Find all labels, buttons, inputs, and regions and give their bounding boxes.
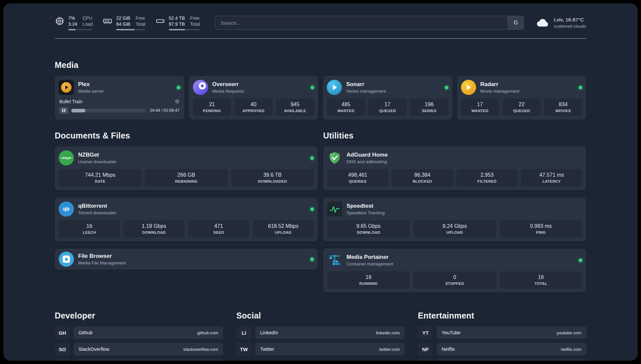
stat-value: 196 xyxy=(412,102,446,107)
cpu-progress-bar xyxy=(68,29,93,30)
card-header: Radarr Movie management xyxy=(461,80,583,95)
app-card-qbittorrent[interactable]: qb qBittorrent Torrent downloader 16 LEE… xyxy=(55,197,318,241)
cpu-chip-icon xyxy=(55,16,65,26)
playback-progress-bar[interactable] xyxy=(71,109,146,112)
app-meta: Overseerr Media Requests xyxy=(212,81,245,94)
bookmark-name: Github xyxy=(78,330,93,335)
cpu-percent: 7% xyxy=(68,15,77,21)
app-card-portainer[interactable]: Media Portainer Container management 16 … xyxy=(323,249,586,292)
app-card-adguard[interactable]: AdGuard Home DNS and adblocking 498,461 … xyxy=(323,146,586,190)
stat-seed: 471 SEED xyxy=(188,220,249,237)
stat-label: BLOCKED xyxy=(394,179,451,183)
bookmark-url: github.com xyxy=(197,330,218,335)
stat-label: LEECH xyxy=(61,230,118,234)
search-input[interactable] xyxy=(215,20,508,26)
app-subtitle: Media Requests xyxy=(212,89,245,94)
stat-download: 1.19 Gbps DOWNLOAD xyxy=(123,220,185,237)
nzbget-icon: nzbget xyxy=(59,150,74,166)
stat-label: UPLOAD xyxy=(255,230,312,234)
bookmark-reddit[interactable]: RE Reddit reddit.com xyxy=(418,359,586,361)
stat-value: 834 xyxy=(546,102,580,107)
bookmark-youtube[interactable]: YT YouTube youtube.com xyxy=(418,326,586,339)
bookmark-abbr: RE xyxy=(418,359,433,361)
bookmark-linkedin[interactable]: LI LinkedIn linkedin.com xyxy=(236,326,405,339)
stat-label: RUNNING xyxy=(329,282,408,286)
bookmark-main: LinkedIn linkedin.com xyxy=(255,326,405,339)
bookmark-github[interactable]: GH Github github.com xyxy=(55,326,223,339)
stat-movies: 834 MOVIES xyxy=(544,99,582,116)
disk-free-label: Free xyxy=(190,15,200,21)
card-header: Media Portainer Container management xyxy=(327,253,582,268)
stat-label: DOWNLOAD xyxy=(329,230,408,234)
app-meta: NZBGet Usenet downloader xyxy=(78,152,116,164)
app-meta: Speedtest Speedtest Tracking xyxy=(347,203,385,215)
app-card-overseerr[interactable]: Overseerr Media Requests 21 PENDING 40 A… xyxy=(189,76,319,120)
app-meta: File Browser Media File Management xyxy=(78,253,126,265)
app-subtitle: Container management xyxy=(347,261,393,266)
stats-row: 498,461 QUERIES 86,384 BLOCKED 2,953 FIL… xyxy=(327,169,582,186)
stat-label: WANTED xyxy=(329,109,363,113)
bookmark-name: Netflix xyxy=(442,347,455,352)
stat-value: 945 xyxy=(278,102,312,107)
stats-row: 9.65 Gbps DOWNLOAD 9.24 Gbps UPLOAD 0.99… xyxy=(327,220,582,237)
stat-value: 744.21 Mbps xyxy=(61,172,139,178)
app-subtitle: Torrent downloader xyxy=(78,210,116,215)
app-title: AdGuard Home xyxy=(347,152,388,158)
bookmark-url: youtube.com xyxy=(557,330,581,335)
stat-filtered: 2,953 FILTERED xyxy=(456,169,518,186)
status-dot-online xyxy=(310,207,314,211)
app-title: File Browser xyxy=(78,253,126,259)
stat-value: 1.19 Gbps xyxy=(125,223,183,229)
app-card-nzbget[interactable]: nzbget NZBGet Usenet downloader 744.21 M… xyxy=(55,146,318,190)
app-title: Sonarr xyxy=(346,81,386,88)
stat-value: 0.993 ms xyxy=(502,223,580,229)
stat-value: 498,461 xyxy=(329,172,386,178)
stat-label: SERIES xyxy=(412,109,446,113)
status-dot-online xyxy=(579,258,582,262)
stat-value: 16 xyxy=(502,274,580,280)
app-card-sonarr[interactable]: Sonarr Series management 485 WANTED 17 Q… xyxy=(323,76,452,120)
app-meta: Radarr Movie management xyxy=(480,81,520,94)
stat-download: 9.65 Gbps DOWNLOAD xyxy=(327,220,410,237)
gear-icon[interactable]: ⚙ xyxy=(175,99,179,104)
stat-value: 86,384 xyxy=(394,172,451,178)
stat-latency: 47.571 ms LATENCY xyxy=(521,169,582,186)
app-card-radarr[interactable]: Radarr Movie management 17 WANTED 22 QUE… xyxy=(457,76,587,120)
app-card-filebrowser[interactable]: File Browser Media File Management xyxy=(55,249,318,270)
bookmark-abbr: SO xyxy=(55,343,70,355)
search-engine-button[interactable]: G xyxy=(508,16,524,29)
weather-widget[interactable]: Lviv, 16.87°C scattered clouds xyxy=(536,16,586,30)
stat-value: 22 xyxy=(504,102,539,107)
card-header: AdGuard Home DNS and adblocking xyxy=(327,150,582,166)
bookmark-netflix[interactable]: NF Netflix netflix.com xyxy=(418,343,586,355)
app-subtitle: Usenet downloader xyxy=(78,159,116,164)
bookmark-twitter[interactable]: TW Twitter twitter.com xyxy=(236,343,405,355)
card-header: File Browser Media File Management xyxy=(59,252,314,267)
adguard-icon xyxy=(327,150,342,166)
bookmark-abbr: DT xyxy=(55,359,70,361)
stat-value: 47.571 ms xyxy=(523,172,580,178)
disk-widget-body: 52.4 TB 97.9 TB Free Total xyxy=(169,15,200,30)
bookmarks-entertainment: Entertainment YT YouTube youtube.com NF … xyxy=(418,311,586,361)
app-card-plex[interactable]: Plex Media server Bullet Train ⚙ 24:44 /… xyxy=(55,76,184,120)
pause-button[interactable] xyxy=(59,107,68,114)
card-header: Plex Media server xyxy=(59,80,180,95)
stat-label: QUEUED xyxy=(370,109,405,113)
app-title: Media Portainer xyxy=(347,254,393,260)
app-card-speedtest[interactable]: Speedtest Speedtest Tracking 9.65 Gbps D… xyxy=(323,197,586,241)
stat-queued: 22 QUEUED xyxy=(503,99,541,116)
card-header: qb qBittorrent Torrent downloader xyxy=(59,201,314,217)
bookmark-abbr: LI xyxy=(236,326,252,339)
status-dot-online xyxy=(310,156,314,160)
stat-rate: 744.21 Mbps RATE xyxy=(59,169,141,186)
status-dot-online xyxy=(579,86,582,89)
bookmark-main: Github github.com xyxy=(74,326,223,339)
card-header: nzbget NZBGet Usenet downloader xyxy=(59,150,314,166)
stat-label: LATENCY xyxy=(523,179,580,183)
dashboard: 7% 3.24 CPU Load 22 GiB 64 GiB xyxy=(3,3,638,361)
card-header: Overseerr Media Requests xyxy=(193,80,315,95)
bookmark-stackoverflow[interactable]: SO StackOverflow stackoverflow.com xyxy=(55,343,223,355)
section-heading-social: Social xyxy=(236,311,405,320)
stat-stopped: 0 STOPPED xyxy=(413,271,496,288)
bookmark-dev[interactable]: DT DEV dev.to xyxy=(55,359,223,361)
